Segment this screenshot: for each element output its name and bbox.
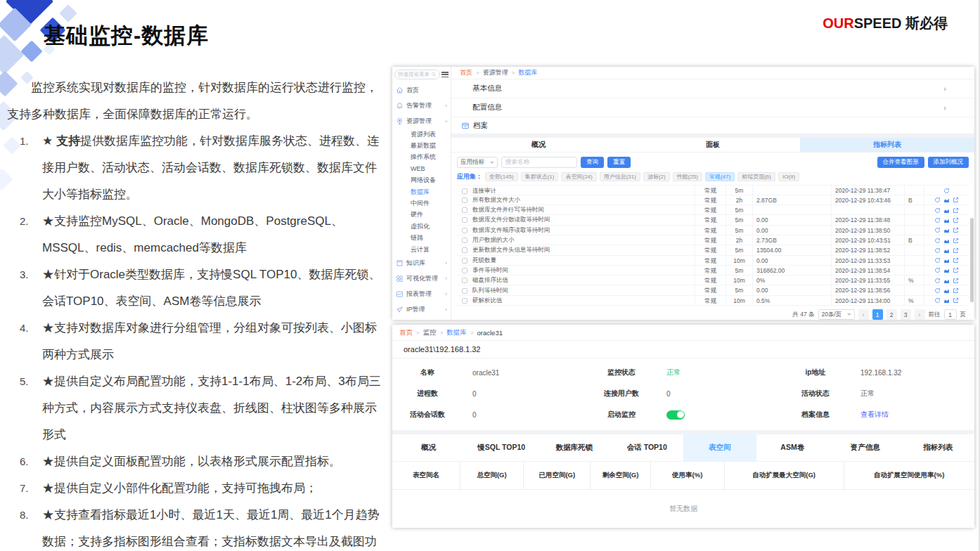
sidebar-item[interactable]: 可视化管理› bbox=[392, 271, 451, 286]
extlink-icon[interactable] bbox=[953, 207, 959, 214]
chartarea-icon[interactable] bbox=[943, 207, 950, 214]
add-to-overview-button[interactable]: 添加到概况 bbox=[928, 157, 969, 168]
app-set-tag[interactable]: 用户信息(31) bbox=[600, 172, 640, 181]
sidebar-item[interactable]: 知识库› bbox=[392, 255, 451, 271]
sidebar-subitem[interactable]: 链路 bbox=[392, 233, 451, 244]
metric-type-select[interactable]: 应用指标 bbox=[457, 157, 498, 168]
goto-page-input[interactable]: 1 bbox=[944, 309, 957, 320]
checkbox[interactable] bbox=[462, 197, 468, 203]
reset-button[interactable]: 重置 bbox=[607, 157, 631, 168]
refresh-icon[interactable] bbox=[934, 238, 941, 244]
detail-tab[interactable]: ASM卷 bbox=[756, 434, 830, 461]
page-number[interactable]: 2 bbox=[886, 309, 897, 320]
app-set-tag[interactable]: 全部(145) bbox=[485, 172, 518, 181]
refresh-icon[interactable] bbox=[943, 188, 950, 194]
chartarea-icon[interactable] bbox=[943, 267, 950, 273]
detail-tab[interactable]: 会话 TOP10 bbox=[611, 434, 684, 461]
checkbox[interactable] bbox=[462, 217, 468, 223]
checkbox[interactable] bbox=[462, 247, 468, 253]
chartarea-icon[interactable] bbox=[943, 278, 950, 284]
breadcrumb-monitor[interactable]: 监控 bbox=[423, 328, 437, 337]
sidebar-subitem[interactable]: 虚拟化 bbox=[392, 221, 451, 232]
refresh-icon[interactable] bbox=[934, 267, 941, 273]
scrollbar-thumb[interactable] bbox=[970, 218, 974, 302]
refresh-icon[interactable] bbox=[934, 247, 941, 254]
breadcrumb-resource[interactable]: 资源管理 bbox=[483, 68, 508, 77]
extlink-icon[interactable] bbox=[953, 278, 959, 284]
checkbox[interactable] bbox=[462, 278, 468, 283]
detail-tab[interactable]: 指标列表 bbox=[902, 434, 975, 461]
breadcrumb-database[interactable]: 数据库 bbox=[446, 328, 467, 337]
breadcrumb-home[interactable]: 首页 bbox=[460, 68, 472, 77]
extlink-icon[interactable] bbox=[953, 297, 959, 304]
detail-tab[interactable]: 表空间 bbox=[683, 434, 756, 461]
monitor-toggle[interactable] bbox=[666, 410, 685, 420]
page-number[interactable]: 3 bbox=[901, 309, 911, 320]
sidebar-subitem[interactable]: 数据库 bbox=[392, 186, 451, 197]
sidebar-search-input[interactable]: 快速搜索菜单 bbox=[394, 70, 440, 79]
app-set-tag[interactable]: 集群状态(1) bbox=[521, 172, 559, 181]
app-set-tag[interactable]: 游标(2) bbox=[643, 172, 670, 181]
app-set-tag[interactable]: 前端页面(6) bbox=[737, 172, 775, 181]
search-name-input[interactable]: 搜索名称 bbox=[501, 157, 577, 168]
sidebar-item[interactable]: 资源管理› bbox=[392, 113, 451, 129]
checkbox[interactable] bbox=[462, 268, 468, 273]
sidebar-item[interactable]: 告警管理› bbox=[392, 98, 451, 113]
detail-tab[interactable]: 资产信息 bbox=[829, 434, 902, 461]
chartarea-icon[interactable] bbox=[943, 217, 950, 223]
sidebar-subitem[interactable]: 硬件 bbox=[392, 209, 451, 221]
refresh-icon[interactable] bbox=[934, 207, 941, 214]
refresh-icon[interactable] bbox=[934, 197, 941, 203]
refresh-icon[interactable] bbox=[934, 227, 941, 233]
checkbox[interactable] bbox=[462, 207, 468, 213]
extlink-icon[interactable] bbox=[953, 257, 959, 264]
section-basic-info[interactable]: 基本信息 › bbox=[451, 79, 974, 98]
extlink-icon[interactable] bbox=[953, 287, 959, 294]
refresh-icon[interactable] bbox=[934, 217, 941, 223]
sidebar-subitem[interactable]: 资源列表 bbox=[392, 129, 451, 140]
page-number[interactable]: 1 bbox=[872, 309, 883, 320]
checkbox[interactable] bbox=[462, 228, 468, 233]
extlink-icon[interactable] bbox=[953, 267, 959, 273]
chartarea-icon[interactable] bbox=[943, 287, 950, 294]
view-detail-link[interactable]: 查看详情 bbox=[860, 410, 889, 420]
sidebar-subitem[interactable]: WEB bbox=[392, 163, 451, 174]
detail-tab[interactable]: 慢SQL TOP10 bbox=[465, 434, 539, 461]
extlink-icon[interactable] bbox=[953, 217, 959, 223]
app-set-tag[interactable]: IO(9) bbox=[778, 172, 799, 181]
prev-page-button[interactable]: ‹ bbox=[858, 309, 869, 320]
checkbox[interactable] bbox=[462, 288, 468, 294]
chartarea-icon[interactable] bbox=[943, 297, 950, 304]
chartarea-icon[interactable] bbox=[943, 238, 950, 244]
chartarea-icon[interactable] bbox=[943, 247, 950, 254]
chartarea-icon[interactable] bbox=[943, 227, 950, 233]
extlink-icon[interactable] bbox=[953, 238, 959, 244]
sidebar-item[interactable]: 报表管理› bbox=[392, 286, 451, 302]
sidebar-subitem[interactable]: 中间件 bbox=[392, 197, 451, 209]
tab-item[interactable]: 概况 bbox=[451, 138, 626, 152]
breadcrumb-home[interactable]: 首页 bbox=[399, 328, 413, 337]
detail-tab[interactable]: 概况 bbox=[392, 434, 465, 461]
sidebar-subitem[interactable]: 最新数据 bbox=[392, 140, 451, 151]
checkbox[interactable] bbox=[462, 238, 468, 243]
sidebar-subitem[interactable]: 操作系统 bbox=[392, 152, 451, 163]
extlink-icon[interactable] bbox=[953, 227, 959, 233]
refresh-icon[interactable] bbox=[934, 257, 941, 264]
sidebar-subitem[interactable]: 网络设备 bbox=[392, 175, 451, 186]
refresh-icon[interactable] bbox=[934, 287, 941, 294]
chartarea-icon[interactable] bbox=[943, 257, 950, 264]
tab-item[interactable]: 面板 bbox=[626, 138, 800, 152]
sidebar-item[interactable]: 首页 bbox=[392, 82, 451, 98]
tab-active[interactable]: 指标列表 bbox=[800, 138, 974, 152]
app-set-tag[interactable]: 常规(47) bbox=[705, 172, 735, 181]
checkbox[interactable] bbox=[462, 298, 468, 304]
query-button[interactable]: 查询 bbox=[581, 157, 604, 168]
sidebar-item[interactable]: IP管理› bbox=[392, 302, 451, 317]
merge-view-button[interactable]: 合并查看图形 bbox=[877, 157, 924, 168]
app-set-tag[interactable]: 表空间(24) bbox=[561, 172, 596, 181]
sidebar-subitem[interactable]: 云计算 bbox=[392, 244, 451, 255]
menu-collapse-icon[interactable] bbox=[441, 72, 449, 77]
chartarea-icon[interactable] bbox=[943, 197, 950, 203]
page-size-select[interactable]: 20条/页 bbox=[818, 309, 855, 320]
next-page-button[interactable]: › bbox=[915, 309, 925, 320]
